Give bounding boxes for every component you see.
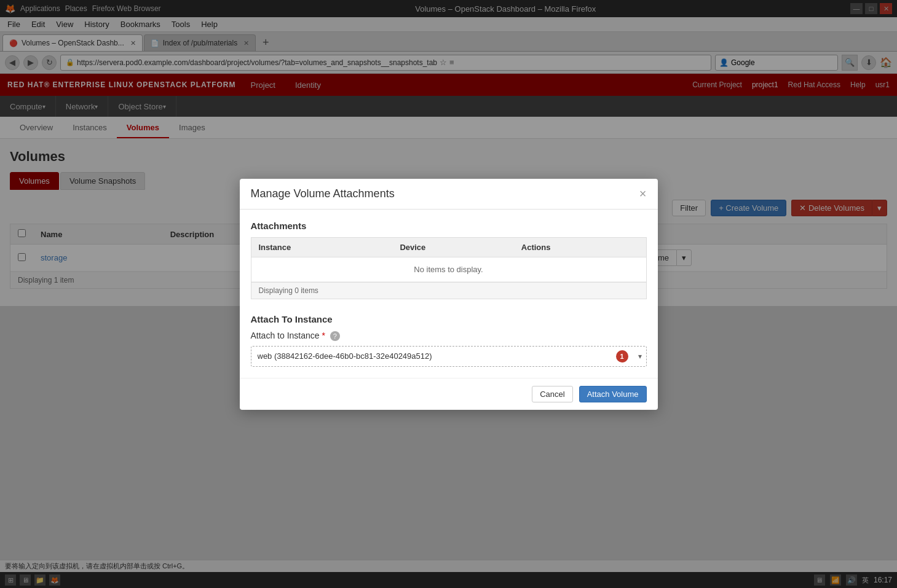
instance-select[interactable]: web (38842162-6dee-46b0-bc81-32e40249a51… [251,346,647,367]
attach-to-instance-section: Attach To Instance Attach to Instance * … [251,314,647,367]
no-items-text: No items to display. [251,257,646,281]
attachments-display-count: Displaying 0 items [251,282,646,299]
cancel-button[interactable]: Cancel [532,386,572,402]
attach-volume-button[interactable]: Attach Volume [579,386,647,402]
modal-close-button[interactable]: × [639,187,647,200]
modal-title: Manage Volume Attachments [251,187,395,200]
instance-badge: 1 [616,350,628,363]
modal-body: Attachments Instance Device Actions [240,210,658,378]
attachments-section-label: Attachments [251,221,647,231]
att-col-actions: Actions [514,238,646,257]
attachments-table: Instance Device Actions No items to disp… [251,238,646,282]
att-col-device: Device [392,238,513,257]
modal-overlay[interactable]: Manage Volume Attachments × Attachments … [0,0,897,588]
instance-select-wrap: web (38842162-6dee-46b0-bc81-32e40249a51… [251,346,647,367]
help-icon[interactable]: ? [330,331,340,341]
no-items-row: No items to display. [251,257,646,281]
attach-field-label: Attach to Instance * ? [251,331,647,341]
modal-manage-attachments: Manage Volume Attachments × Attachments … [240,179,658,410]
modal-header: Manage Volume Attachments × [240,179,658,210]
attach-to-instance-label: Attach To Instance [251,314,647,324]
required-star: * [322,331,325,340]
attachments-table-header: Instance Device Actions [251,238,646,257]
att-col-instance: Instance [251,238,393,257]
attachments-section: Attachments Instance Device Actions [251,221,647,299]
attachments-table-wrap: Instance Device Actions No items to disp… [251,237,647,299]
modal-footer: Cancel Attach Volume [240,378,658,410]
